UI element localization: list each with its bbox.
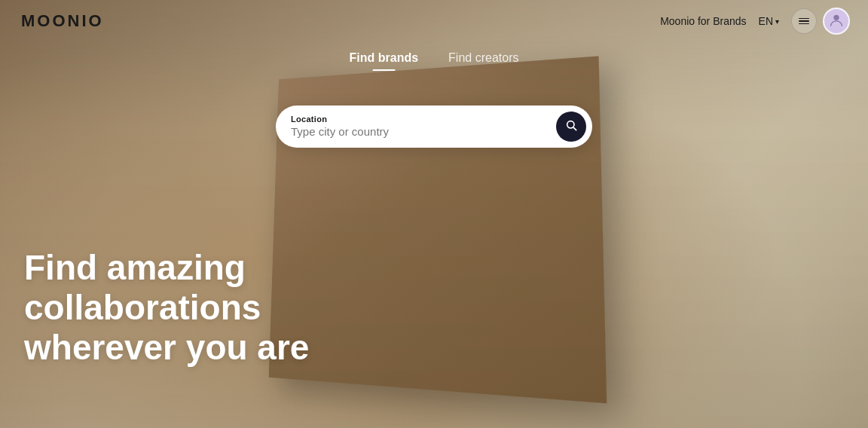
tab-find-brands[interactable]: Find brands bbox=[350, 51, 419, 71]
hamburger-line-1 bbox=[799, 18, 809, 20]
hero-headline-line2: wherever you are bbox=[24, 328, 476, 368]
tab-navigation: Find brands Find creators bbox=[350, 51, 519, 71]
navbar: MOONIO Moonio for Brands EN ▾ bbox=[0, 0, 868, 42]
search-icon bbox=[565, 119, 577, 134]
hamburger-menu-button[interactable] bbox=[791, 8, 817, 34]
svg-point-0 bbox=[833, 14, 839, 20]
search-container: Location bbox=[276, 105, 592, 148]
tab-find-creators[interactable]: Find creators bbox=[448, 51, 518, 71]
search-button[interactable] bbox=[556, 112, 586, 142]
hamburger-line-3 bbox=[799, 23, 809, 25]
language-selector[interactable]: EN ▾ bbox=[759, 15, 779, 27]
search-label: Location bbox=[291, 115, 550, 124]
hero-headline: Find amazing collaborations wherever you… bbox=[24, 248, 476, 368]
logo: MOONIO bbox=[21, 11, 104, 31]
search-box: Location bbox=[276, 105, 592, 148]
hamburger-line-2 bbox=[799, 20, 809, 22]
hero-headline-line1: Find amazing collaborations bbox=[24, 248, 476, 328]
moonio-for-brands-link[interactable]: Moonio for Brands bbox=[660, 15, 746, 27]
chevron-down-icon: ▾ bbox=[775, 17, 779, 26]
nav-right: Moonio for Brands EN ▾ bbox=[660, 8, 850, 35]
lang-label: EN bbox=[759, 15, 773, 27]
location-search-input[interactable] bbox=[291, 125, 550, 138]
svg-line-2 bbox=[573, 127, 576, 130]
avatar-icon bbox=[828, 12, 845, 31]
user-avatar-button[interactable] bbox=[823, 8, 850, 35]
nav-actions bbox=[791, 8, 850, 35]
svg-point-1 bbox=[567, 121, 574, 128]
